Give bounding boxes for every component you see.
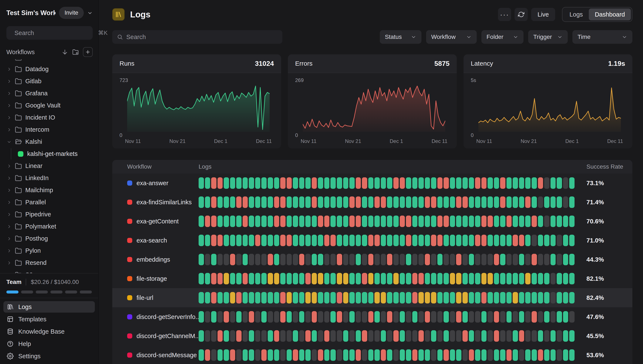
- log-status-bar[interactable]: [356, 311, 361, 322]
- table-row[interactable]: discord-getServerInfo... 47.6%: [112, 307, 632, 326]
- log-status-bar[interactable]: [418, 292, 424, 304]
- log-status-bar[interactable]: [249, 235, 254, 246]
- log-status-bar[interactable]: [519, 196, 524, 208]
- log-status-bar[interactable]: [236, 311, 242, 322]
- log-status-bar[interactable]: [525, 235, 531, 246]
- sidebar-item-folder[interactable]: LinkedIn: [4, 172, 95, 184]
- sidebar-item-folder[interactable]: Pipedrive: [4, 208, 95, 220]
- log-status-bar[interactable]: [450, 177, 455, 189]
- log-status-bar[interactable]: [400, 177, 405, 189]
- log-status-bar[interactable]: [412, 254, 417, 265]
- live-button[interactable]: Live: [531, 8, 555, 21]
- table-row[interactable]: exa-findSimilarLinks 71.4%: [112, 192, 632, 212]
- log-status-bar[interactable]: [198, 177, 204, 189]
- log-status-bar[interactable]: [312, 330, 317, 342]
- log-status-bar[interactable]: [569, 254, 574, 265]
- log-status-bar[interactable]: [437, 196, 443, 208]
- log-status-bar[interactable]: [236, 235, 242, 246]
- log-status-bar[interactable]: [230, 177, 235, 189]
- log-status-bar[interactable]: [255, 235, 261, 246]
- log-status-bar[interactable]: [444, 196, 449, 208]
- log-status-bar[interactable]: [456, 311, 461, 322]
- log-status-bar[interactable]: [525, 311, 531, 322]
- log-status-bar[interactable]: [337, 292, 342, 304]
- log-status-bar[interactable]: [356, 216, 361, 227]
- log-status-bar[interactable]: [312, 177, 317, 189]
- log-status-bar[interactable]: [205, 349, 210, 361]
- log-status-bar[interactable]: [343, 216, 348, 227]
- log-status-bar[interactable]: [481, 292, 487, 304]
- log-status-bar[interactable]: [406, 292, 411, 304]
- log-status-bar[interactable]: [412, 177, 417, 189]
- workspace-name[interactable]: Test Sim's Works...: [6, 9, 56, 17]
- log-status-bar[interactable]: [431, 177, 436, 189]
- log-status-bar[interactable]: [481, 216, 487, 227]
- log-status-bar[interactable]: [249, 216, 254, 227]
- log-status-bar[interactable]: [343, 349, 348, 361]
- log-status-bar[interactable]: [550, 216, 556, 227]
- log-status-bar[interactable]: [243, 216, 248, 227]
- log-status-bar[interactable]: [481, 196, 487, 208]
- log-status-bar[interactable]: [374, 177, 380, 189]
- log-status-bar[interactable]: [211, 196, 217, 208]
- log-status-bar[interactable]: [475, 177, 480, 189]
- log-status-bar[interactable]: [318, 216, 323, 227]
- log-status-bar[interactable]: [236, 254, 242, 265]
- log-status-bar[interactable]: [349, 254, 355, 265]
- log-status-bar[interactable]: [293, 273, 298, 284]
- sidebar-nav-templates[interactable]: Templates: [4, 314, 95, 325]
- log-status-bar[interactable]: [299, 311, 305, 322]
- log-status-bar[interactable]: [337, 216, 342, 227]
- log-status-bar[interactable]: [463, 349, 468, 361]
- log-status-bar[interactable]: [425, 216, 430, 227]
- table-row[interactable]: discord-getChannelM... 45.5%: [112, 326, 632, 346]
- sidebar-item-folder[interactable]: Resend: [4, 257, 95, 269]
- log-status-bar[interactable]: [205, 330, 210, 342]
- log-status-bar[interactable]: [507, 254, 512, 265]
- log-status-bar[interactable]: [406, 254, 411, 265]
- log-status-bar[interactable]: [507, 196, 512, 208]
- log-status-bar[interactable]: [249, 254, 254, 265]
- log-status-bar[interactable]: [525, 273, 531, 284]
- log-status-bar[interactable]: [544, 330, 549, 342]
- log-status-bar[interactable]: [362, 196, 367, 208]
- log-status-bar[interactable]: [450, 196, 455, 208]
- log-status-bar[interactable]: [387, 330, 392, 342]
- log-status-bar[interactable]: [525, 330, 531, 342]
- log-status-bar[interactable]: [330, 177, 336, 189]
- log-status-bar[interactable]: [274, 177, 279, 189]
- log-status-bar[interactable]: [532, 254, 537, 265]
- log-status-bar[interactable]: [456, 292, 461, 304]
- logs-search-input[interactable]: [126, 34, 278, 40]
- log-status-bar[interactable]: [463, 254, 468, 265]
- log-status-bar[interactable]: [211, 330, 217, 342]
- log-status-bar[interactable]: [324, 196, 330, 208]
- log-status-bar[interactable]: [381, 254, 386, 265]
- log-status-bar[interactable]: [280, 254, 286, 265]
- log-status-bar[interactable]: [224, 254, 229, 265]
- log-status-bar[interactable]: [218, 235, 223, 246]
- log-status-bar[interactable]: [211, 273, 217, 284]
- log-status-bar[interactable]: [469, 311, 474, 322]
- log-status-bar[interactable]: [255, 292, 261, 304]
- log-status-bar[interactable]: [230, 330, 235, 342]
- log-status-bar[interactable]: [500, 177, 505, 189]
- log-status-bar[interactable]: [330, 235, 336, 246]
- log-status-bar[interactable]: [431, 254, 436, 265]
- log-status-bar[interactable]: [431, 292, 436, 304]
- log-status-bar[interactable]: [475, 273, 480, 284]
- log-status-bar[interactable]: [538, 292, 543, 304]
- log-status-bar[interactable]: [418, 216, 424, 227]
- log-status-bar[interactable]: [205, 292, 210, 304]
- log-status-bar[interactable]: [393, 292, 399, 304]
- log-status-bar[interactable]: [406, 273, 411, 284]
- log-status-bar[interactable]: [299, 330, 305, 342]
- log-status-bar[interactable]: [293, 292, 298, 304]
- log-status-bar[interactable]: [494, 177, 499, 189]
- log-status-bar[interactable]: [243, 273, 248, 284]
- log-status-bar[interactable]: [406, 216, 411, 227]
- log-status-bar[interactable]: [324, 273, 330, 284]
- log-status-bar[interactable]: [224, 177, 229, 189]
- log-status-bar[interactable]: [563, 311, 568, 322]
- log-status-bar[interactable]: [469, 216, 474, 227]
